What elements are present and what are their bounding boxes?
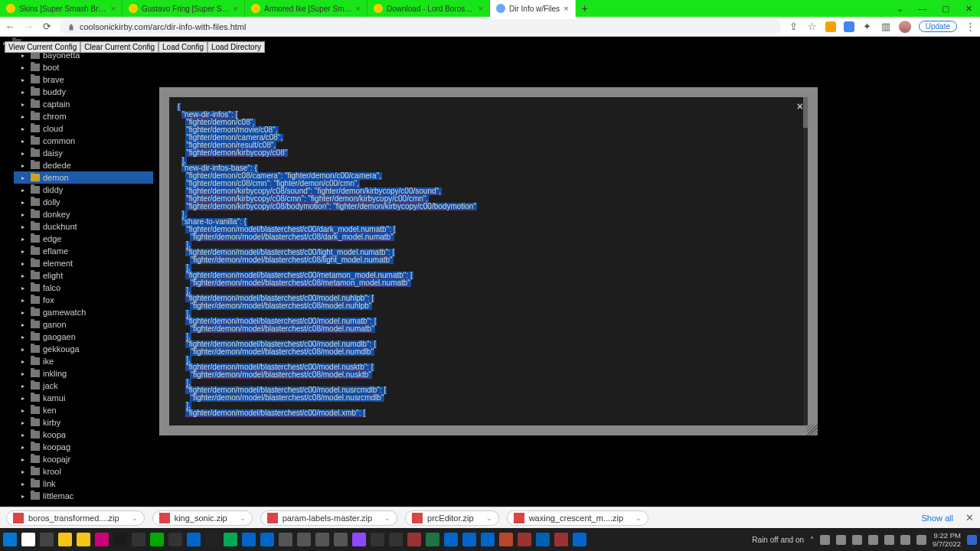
resize-handle[interactable]: [807, 425, 818, 435]
tray-chevron-icon[interactable]: ˄: [810, 536, 814, 544]
tree-item-littlemac[interactable]: ▸littlemac: [14, 490, 153, 502]
tree-item-cloud[interactable]: ▸cloud: [14, 122, 153, 135]
show-all-downloads[interactable]: Show all: [921, 514, 953, 523]
taskbar-app-icon[interactable]: [132, 533, 145, 546]
browser-tab[interactable]: Download - Lord Boros - Transfo×: [368, 0, 490, 17]
puzzle-icon[interactable]: ✦: [862, 21, 873, 32]
forward-icon[interactable]: →: [23, 21, 34, 32]
tree-item-fox[interactable]: ▸fox: [14, 294, 153, 306]
tree-item-ken[interactable]: ▸ken: [14, 404, 153, 416]
taskbar-app-icon[interactable]: [3, 533, 17, 546]
address-bar[interactable]: coolsonickirby.com/arc/dir-info-with-fil…: [60, 19, 781, 34]
tree-item-gekkouga[interactable]: ▸gekkouga: [14, 343, 153, 355]
download-item[interactable]: king_sonic.zip⌄: [152, 510, 253, 526]
taskbar-app-icon[interactable]: [260, 533, 274, 546]
download-item[interactable]: param-labels-master.zip⌄: [260, 510, 397, 526]
scrollbar-track[interactable]: [803, 97, 808, 425]
sidepanel-icon[interactable]: ▥: [880, 21, 891, 32]
clock[interactable]: 9:22 PM 9/7/2022: [933, 531, 961, 548]
close-icon[interactable]: ×: [356, 4, 361, 13]
taskbar-app-icon[interactable]: [573, 533, 586, 546]
taskbar-app-icon[interactable]: [297, 533, 311, 546]
extension-icon[interactable]: [825, 21, 836, 32]
tree-item-captain[interactable]: ▸captain: [14, 98, 153, 110]
taskbar-app-icon[interactable]: [554, 533, 568, 546]
load-directory-button[interactable]: Load Directory: [207, 41, 265, 53]
tree-item-boot[interactable]: ▸boot: [14, 61, 153, 73]
clear-config-button[interactable]: Clear Current Config: [80, 41, 158, 53]
taskbar-app-icon[interactable]: [168, 533, 182, 546]
extension-icon[interactable]: [844, 21, 854, 32]
browser-tab[interactable]: Skins [Super Smash Bros. Ultim×: [0, 0, 122, 17]
download-item[interactable]: prcEditor.zip⌄: [405, 510, 499, 526]
tray-icon[interactable]: [868, 535, 878, 545]
chevron-down-icon[interactable]: ⌄: [132, 514, 138, 522]
close-window-icon[interactable]: ✕: [957, 0, 980, 17]
taskbar-app-icon[interactable]: [334, 533, 348, 546]
taskbar-app-icon[interactable]: [205, 533, 219, 546]
tree-item-chrom[interactable]: ▸chrom: [14, 110, 153, 122]
menu-icon[interactable]: ⋮: [965, 21, 975, 32]
maximize-icon[interactable]: ▢: [934, 0, 957, 17]
taskbar-app-icon[interactable]: [481, 533, 495, 546]
taskbar-app-icon[interactable]: [77, 533, 90, 546]
taskbar-app-icon[interactable]: [21, 533, 35, 546]
taskbar-app-icon[interactable]: [536, 533, 550, 546]
taskbar-app-icon[interactable]: [315, 533, 329, 546]
tree-item-kirby[interactable]: ▸kirby: [14, 416, 153, 429]
share-icon[interactable]: ⇧: [789, 21, 799, 32]
chevron-down-icon[interactable]: ⌄: [384, 514, 390, 522]
tray-icon[interactable]: [884, 535, 894, 545]
taskbar-app-icon[interactable]: [518, 533, 531, 546]
tree-item-krool[interactable]: ▸krool: [14, 465, 153, 478]
taskbar-app-icon[interactable]: [224, 533, 237, 546]
close-icon[interactable]: ×: [479, 4, 483, 13]
taskbar-app-icon[interactable]: [389, 533, 403, 546]
tree-item-gamewatch[interactable]: ▸gamewatch: [14, 306, 153, 318]
new-tab-button[interactable]: +: [576, 0, 594, 17]
taskbar-app-icon[interactable]: [407, 533, 421, 546]
tree-item-ganon[interactable]: ▸ganon: [14, 318, 153, 331]
close-icon[interactable]: ×: [564, 4, 568, 13]
taskbar-app-icon[interactable]: [187, 533, 201, 546]
chevron-down-icon[interactable]: ⌄: [240, 514, 246, 522]
browser-tab-active[interactable]: Dir Info w/Files×: [490, 0, 576, 17]
profile-avatar[interactable]: [899, 21, 911, 33]
tree-item-daisy[interactable]: ▸daisy: [14, 147, 153, 159]
taskbar-app-icon[interactable]: [95, 533, 109, 546]
update-button[interactable]: Update: [919, 21, 957, 32]
taskbar-app-icon[interactable]: [40, 533, 54, 546]
tree-item-koopajr[interactable]: ▸koopajr: [14, 453, 153, 465]
download-item[interactable]: boros_transformed....zip⌄: [6, 510, 145, 526]
close-icon[interactable]: ×: [111, 4, 116, 13]
taskbar-app-icon[interactable]: [150, 533, 164, 546]
view-config-button[interactable]: View Current Config: [5, 41, 80, 53]
scrollbar-thumb[interactable]: [803, 97, 808, 128]
tree-item-koopa[interactable]: ▸koopa: [14, 429, 153, 441]
taskbar-app-icon[interactable]: [279, 533, 292, 546]
modal-close-button[interactable]: ×: [797, 100, 803, 112]
tree-item-duckhunt[interactable]: ▸duckhunt: [14, 220, 153, 233]
tree-item-jack[interactable]: ▸jack: [14, 380, 153, 392]
json-text[interactable]: { "new-dir-infos": [ "fighter/demon/c08"…: [177, 103, 800, 417]
tree-item-inkling[interactable]: ▸inkling: [14, 367, 153, 380]
tree-item-elight[interactable]: ▸elight: [14, 269, 153, 282]
notifications-icon[interactable]: [967, 535, 977, 545]
taskbar-app-icon[interactable]: [444, 533, 458, 546]
tray-icon[interactable]: [820, 535, 830, 545]
tree-item-dedede[interactable]: ▸dedede: [14, 159, 153, 171]
tree-item-koopag[interactable]: ▸koopag: [14, 441, 153, 453]
tree-item-common[interactable]: ▸common: [14, 135, 153, 147]
chevron-down-icon[interactable]: ⌄: [635, 514, 642, 522]
tray-icon[interactable]: [916, 535, 926, 545]
close-shelf-button[interactable]: ✕: [965, 512, 974, 523]
tree-item-eflame[interactable]: ▸eflame: [14, 245, 153, 257]
browser-tab[interactable]: Armored Ike [Super Smash Bros×: [245, 0, 368, 17]
tree-item-falco[interactable]: ▸falco: [14, 282, 153, 294]
browser-tab[interactable]: Gustavo Fring [Super Smash Bro×: [122, 0, 245, 17]
tree-item-ike[interactable]: ▸ike: [14, 355, 153, 367]
taskbar-app-icon[interactable]: [499, 533, 513, 546]
reload-icon[interactable]: ⟳: [41, 21, 52, 32]
weather-widget[interactable]: Rain off and on: [752, 536, 804, 544]
tree-item-buddy[interactable]: ▸buddy: [14, 86, 153, 98]
